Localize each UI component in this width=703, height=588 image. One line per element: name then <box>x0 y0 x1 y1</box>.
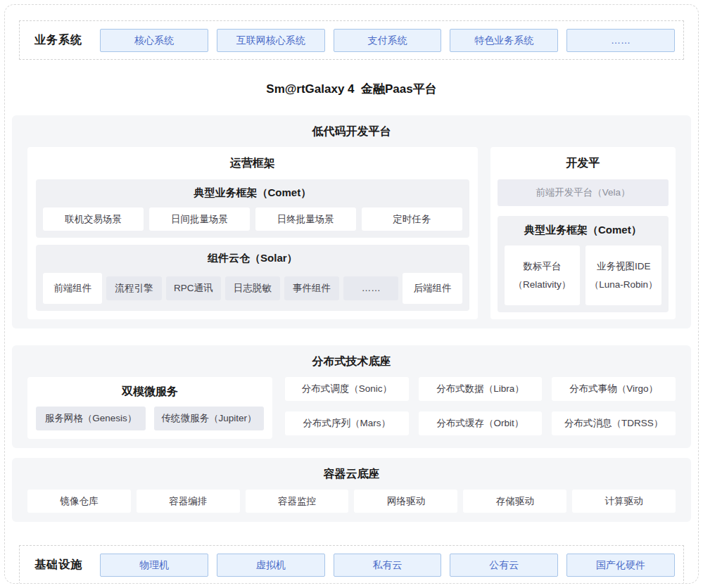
operation-frame-title: 运营框架 <box>36 147 469 179</box>
solar-item: RPC通讯 <box>166 276 221 300</box>
dev-platform-title: 开发平 <box>498 147 669 179</box>
operation-frame-box: 运营框架 典型业务框架（Comet） 联机交易场景日间批量场景日终批量场景定时任… <box>27 147 478 319</box>
distributed-items-grid: 分布式调度（Sonic）分布式数据（Libra）分布式事物（Virgo）分布式序… <box>285 377 676 439</box>
business-system-chip: 支付系统 <box>334 29 442 52</box>
container-cloud-item: 计算驱动 <box>572 490 676 513</box>
solar-item: 流程引擎 <box>106 276 161 300</box>
distributed-item: 分布式调度（Sonic） <box>285 377 409 401</box>
solar-item: 前端组件 <box>43 273 102 304</box>
comet-item: 日终批量场景 <box>255 207 356 231</box>
distributed-base-section: 分布式技术底座 双模微服务 服务网格（Genesis）传统微服务（Jupiter… <box>12 345 691 448</box>
business-system-chip: …… <box>566 29 675 52</box>
page-title: Sm@rtGalaxy 4 金融Paas平台 <box>5 81 698 97</box>
comet-item: 日间批量场景 <box>149 207 250 231</box>
dev-comet-framework-title: 典型业务框架（Comet） <box>505 216 661 245</box>
infrastructure-chip: 物理机 <box>100 554 208 577</box>
container-cloud-item: 容器编排 <box>137 490 240 513</box>
container-cloud-title: 容器云底座 <box>27 467 676 482</box>
solar-item: 日志脱敏 <box>225 276 280 300</box>
distributed-base-body: 双模微服务 服务网格（Genesis）传统微服务（Jupiter） 分布式调度（… <box>27 377 676 439</box>
business-systems-section: 业务系统 核心系统互联网核心系统支付系统特色业务系统…… <box>19 20 684 60</box>
infrastructure-chip: 公有云 <box>450 554 558 577</box>
dev-comet-framework-box: 典型业务框架（Comet） 数标平台 （Relativity）业务视图IDE （… <box>498 216 669 312</box>
container-cloud-item: 镜像仓库 <box>27 490 131 513</box>
solar-items-row: 前端组件流程引擎RPC通讯日志脱敏事件组件……后端组件 <box>43 273 462 304</box>
dev-comet-item: 业务视图IDE （Luna-Robin） <box>585 245 661 305</box>
infrastructure-chip-row: 物理机虚拟机私有云公有云国产化硬件 <box>100 554 675 577</box>
business-systems-label: 业务系统 <box>28 33 89 48</box>
container-cloud-item: 容器监控 <box>246 490 349 513</box>
solar-warehouse-box: 组件云仓（Solar） 前端组件流程引擎RPC通讯日志脱敏事件组件……后端组件 <box>36 245 469 311</box>
comet-framework-title: 典型业务框架（Comet） <box>43 179 462 207</box>
business-system-chip: 核心系统 <box>100 29 208 52</box>
distributed-item: 分布式数据（Libra） <box>419 377 543 401</box>
dual-microservice-box: 双模微服务 服务网格（Genesis）传统微服务（Jupiter） <box>27 377 272 439</box>
solar-warehouse-title: 组件云仓（Solar） <box>43 245 462 273</box>
container-cloud-item: 存储驱动 <box>463 490 566 513</box>
infrastructure-chip: 国产化硬件 <box>566 554 675 577</box>
vela-frontend-platform-chip: 前端开发平台（Vela） <box>498 179 669 206</box>
comet-item: 联机交易场景 <box>43 207 144 231</box>
distributed-item: 分布式消息（TDRSS） <box>552 411 676 435</box>
infrastructure-chip: 虚拟机 <box>217 554 325 577</box>
dual-microservice-chip: 传统微服务（Jupiter） <box>154 407 264 430</box>
infrastructure-chip: 私有云 <box>334 554 442 577</box>
dev-comet-item: 数标平台 （Relativity） <box>505 245 581 305</box>
dev-platform-box: 开发平 前端开发平台（Vela） 典型业务框架（Comet） 数标平台 （Rel… <box>490 147 676 319</box>
business-system-chip: 特色业务系统 <box>450 29 558 52</box>
container-cloud-section: 容器云底座 镜像仓库容器编排容器监控网络驱动存储驱动计算驱动 <box>12 458 691 522</box>
infrastructure-section: 基础设施 物理机虚拟机私有云公有云国产化硬件 <box>19 545 684 584</box>
business-systems-chip-row: 核心系统互联网核心系统支付系统特色业务系统…… <box>100 29 675 52</box>
dev-comet-items-row: 数标平台 （Relativity）业务视图IDE （Luna-Robin） <box>505 245 661 305</box>
business-system-chip: 互联网核心系统 <box>217 29 325 52</box>
distributed-item: 分布式序列（Mars） <box>285 411 409 435</box>
container-cloud-items-row: 镜像仓库容器编排容器监控网络驱动存储驱动计算驱动 <box>27 490 676 513</box>
distributed-item: 分布式事物（Virgo） <box>552 377 676 401</box>
comet-framework-box: 典型业务框架（Comet） 联机交易场景日间批量场景日终批量场景定时任务 <box>36 179 469 238</box>
comet-item: 定时任务 <box>362 207 462 231</box>
dual-microservice-title: 双模微服务 <box>36 377 264 407</box>
solar-item: 后端组件 <box>403 273 462 304</box>
distributed-base-title: 分布式技术底座 <box>27 354 676 369</box>
infrastructure-label: 基础设施 <box>28 558 89 573</box>
lowcode-platform-title: 低代码开发平台 <box>27 124 676 139</box>
lowcode-platform-section: 低代码开发平台 运营框架 典型业务框架（Comet） 联机交易场景日间批量场景日… <box>12 115 691 328</box>
distributed-item: 分布式缓存（Orbit） <box>419 411 543 435</box>
comet-items-row: 联机交易场景日间批量场景日终批量场景定时任务 <box>43 207 462 231</box>
platform-architecture-diagram: 业务系统 核心系统互联网核心系统支付系统特色业务系统…… Sm@rtGalaxy… <box>4 4 699 584</box>
lowcode-platform-body: 运营框架 典型业务框架（Comet） 联机交易场景日间批量场景日终批量场景定时任… <box>27 147 676 319</box>
dual-microservice-chip-row: 服务网格（Genesis）传统微服务（Jupiter） <box>36 407 264 430</box>
solar-item: …… <box>343 276 398 300</box>
solar-item: 事件组件 <box>284 276 339 300</box>
container-cloud-item: 网络驱动 <box>354 490 457 513</box>
dual-microservice-chip: 服务网格（Genesis） <box>36 407 146 430</box>
